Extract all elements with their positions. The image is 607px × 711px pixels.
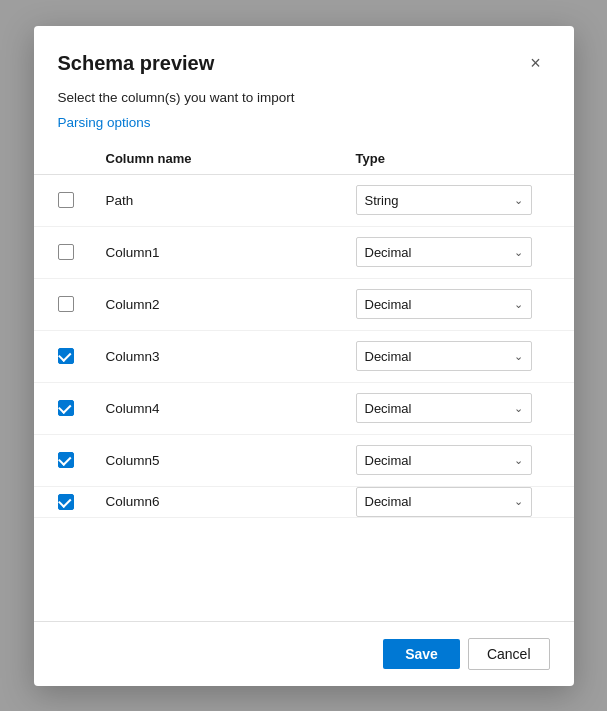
cancel-button[interactable]: Cancel	[468, 638, 550, 670]
parsing-options-section: Parsing options	[34, 113, 574, 143]
save-button[interactable]: Save	[383, 639, 460, 669]
parsing-options-link[interactable]: Parsing options	[58, 115, 151, 130]
table-row: Column4Decimal⌄	[34, 383, 574, 435]
row-type-select-col5[interactable]: Decimal⌄	[356, 445, 532, 475]
row-type-select-col4[interactable]: Decimal⌄	[356, 393, 532, 423]
table-area: Column name Type PathString⌄Column1Decim…	[34, 143, 574, 621]
chevron-down-icon: ⌄	[514, 194, 523, 207]
chevron-down-icon: ⌄	[514, 402, 523, 415]
row-checkbox-col5[interactable]	[58, 452, 74, 468]
type-value: Decimal	[365, 494, 412, 509]
dialog-subtitle: Select the column(s) you want to import	[34, 90, 574, 113]
table-row: Column3Decimal⌄	[34, 331, 574, 383]
dialog-title: Schema preview	[58, 52, 215, 75]
table-row: Column2Decimal⌄	[34, 279, 574, 331]
chevron-down-icon: ⌄	[514, 298, 523, 311]
close-button[interactable]: ×	[522, 50, 550, 78]
row-type-select-col1[interactable]: Decimal⌄	[356, 237, 532, 267]
type-value: Decimal	[365, 297, 412, 312]
type-value: Decimal	[365, 401, 412, 416]
schema-preview-dialog: Schema preview × Select the column(s) yo…	[34, 26, 574, 686]
type-value: Decimal	[365, 245, 412, 260]
row-type-select-col6[interactable]: Decimal⌄	[356, 487, 532, 517]
row-column-name: Column5	[106, 453, 356, 468]
row-column-name: Column6	[106, 494, 356, 509]
column-name-header: Column name	[106, 151, 356, 166]
row-checkbox-col6[interactable]	[58, 494, 74, 510]
row-column-name: Column4	[106, 401, 356, 416]
row-column-name: Column3	[106, 349, 356, 364]
row-column-name: Path	[106, 193, 356, 208]
row-checkbox-path[interactable]	[58, 192, 74, 208]
table-scroll-wrapper: PathString⌄Column1Decimal⌄Column2Decimal…	[34, 175, 574, 621]
row-column-name: Column1	[106, 245, 356, 260]
row-checkbox-col3[interactable]	[58, 348, 74, 364]
row-type-select-col2[interactable]: Decimal⌄	[356, 289, 532, 319]
row-checkbox-col4[interactable]	[58, 400, 74, 416]
row-type-select-path[interactable]: String⌄	[356, 185, 532, 215]
table-row: Column1Decimal⌄	[34, 227, 574, 279]
dialog-footer: Save Cancel	[34, 621, 574, 686]
column-type-header: Type	[356, 151, 556, 166]
table-rows-container: PathString⌄Column1Decimal⌄Column2Decimal…	[34, 175, 574, 621]
table-row: Column6Decimal⌄	[34, 487, 574, 518]
row-checkbox-col2[interactable]	[58, 296, 74, 312]
dialog-header: Schema preview ×	[34, 26, 574, 90]
chevron-down-icon: ⌄	[514, 454, 523, 467]
chevron-down-icon: ⌄	[514, 246, 523, 259]
type-value: String	[365, 193, 399, 208]
row-checkbox-col1[interactable]	[58, 244, 74, 260]
chevron-down-icon: ⌄	[514, 495, 523, 508]
row-column-name: Column2	[106, 297, 356, 312]
type-value: Decimal	[365, 349, 412, 364]
table-row: PathString⌄	[34, 175, 574, 227]
type-value: Decimal	[365, 453, 412, 468]
chevron-down-icon: ⌄	[514, 350, 523, 363]
table-row: Column5Decimal⌄	[34, 435, 574, 487]
table-header: Column name Type	[34, 143, 574, 175]
row-type-select-col3[interactable]: Decimal⌄	[356, 341, 532, 371]
